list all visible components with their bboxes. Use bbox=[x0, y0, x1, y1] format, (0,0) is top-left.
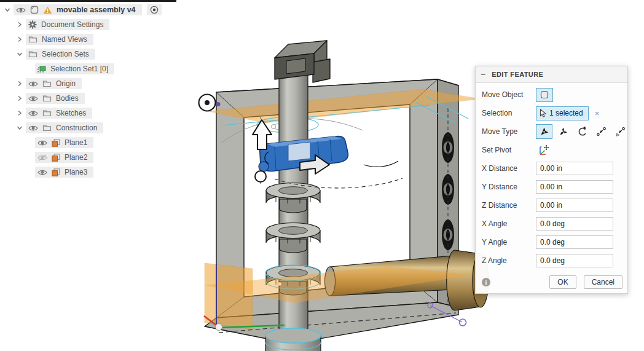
browser-item-label: movable assembly v4 bbox=[57, 6, 136, 14]
browser-item-document-settings[interactable]: Document Settings bbox=[0, 17, 184, 32]
plane-icon bbox=[52, 154, 60, 162]
activate-component-radio[interactable] bbox=[147, 4, 162, 15]
folder-icon bbox=[42, 109, 52, 117]
folder-icon bbox=[28, 36, 37, 43]
browser-item-label: Plane3 bbox=[65, 168, 87, 176]
move-type-point-to-point-button[interactable] bbox=[593, 124, 610, 139]
info-icon[interactable]: i bbox=[482, 278, 490, 286]
browser-item-plane3[interactable]: Plane3 bbox=[0, 165, 184, 179]
selection-label: Selection bbox=[482, 109, 536, 117]
vertex-point[interactable] bbox=[272, 125, 276, 129]
folder-icon bbox=[28, 50, 37, 58]
move-type-rotate-button[interactable] bbox=[574, 124, 591, 139]
browser-item-plane1[interactable]: Plane1 bbox=[0, 135, 184, 150]
manipulator-origin-handle[interactable] bbox=[255, 171, 266, 182]
move-object-label: Move Object bbox=[482, 90, 536, 99]
chevron-right-icon[interactable] bbox=[15, 81, 24, 87]
dialog-header: − EDIT FEATURE bbox=[476, 66, 627, 83]
eye-icon[interactable] bbox=[28, 110, 38, 117]
component-icon bbox=[30, 6, 39, 14]
x-angle-label: X Angle bbox=[482, 219, 536, 228]
browser-item-label: Selection Sets bbox=[42, 50, 89, 58]
move-type-group bbox=[536, 124, 629, 139]
y-distance-input[interactable] bbox=[536, 180, 613, 194]
radio-target-icon bbox=[150, 6, 159, 14]
disc-2[interactable] bbox=[266, 223, 320, 253]
move-type-label: Move Type bbox=[482, 127, 536, 136]
chevron-right-icon[interactable] bbox=[15, 110, 24, 116]
y-angle-label: Y Angle bbox=[482, 238, 536, 246]
browser-item-construction[interactable]: Construction bbox=[0, 120, 184, 135]
y-angle-input[interactable] bbox=[536, 235, 613, 249]
disc-1[interactable] bbox=[266, 183, 320, 213]
z-distance-label: Z Distance bbox=[482, 201, 536, 210]
selection-set-icon bbox=[37, 66, 46, 73]
x-angle-input[interactable] bbox=[536, 217, 613, 231]
x-distance-input[interactable] bbox=[536, 162, 613, 175]
browser-item-selection-set1-0[interactable]: Selection Set1 [0] bbox=[0, 61, 184, 76]
y-distance-label: Y Distance bbox=[482, 183, 536, 191]
browser-item-label: Named Views bbox=[42, 35, 87, 44]
collapse-icon[interactable]: − bbox=[481, 70, 485, 79]
browser-item-label: Origin bbox=[56, 79, 76, 88]
browser-item-label: Plane2 bbox=[65, 153, 87, 162]
browser-item-label: Selection Set1 [0] bbox=[50, 65, 108, 73]
x-distance-label: X Distance bbox=[482, 164, 536, 173]
chevron-down-icon[interactable] bbox=[15, 125, 24, 130]
pivot-axes-icon bbox=[538, 144, 549, 156]
warning-icon bbox=[43, 6, 52, 14]
clear-selection-icon[interactable]: × bbox=[595, 109, 600, 118]
browser-panel: movable assembly v4Document SettingsName… bbox=[0, 2, 184, 179]
pivot-point-handle[interactable] bbox=[199, 95, 216, 111]
move-type-point-to-position-button[interactable] bbox=[612, 124, 629, 139]
plane-icon bbox=[52, 168, 60, 176]
browser-item-plane2[interactable]: Plane2 bbox=[0, 150, 184, 165]
cursor-icon bbox=[540, 109, 546, 117]
plane-corner-point[interactable] bbox=[216, 102, 221, 106]
chevron-right-icon[interactable] bbox=[15, 22, 24, 28]
edit-feature-dialog: − EDIT FEATURE Move Object Selection 1 s… bbox=[475, 66, 628, 294]
browser-item-label: Plane1 bbox=[65, 138, 87, 147]
plane-icon bbox=[52, 139, 60, 147]
browser-item-sketches[interactable]: Sketches bbox=[0, 106, 184, 120]
eye-icon[interactable] bbox=[28, 81, 38, 87]
z-angle-input[interactable] bbox=[536, 254, 613, 267]
top-block-body[interactable] bbox=[275, 41, 330, 82]
eye-icon[interactable] bbox=[28, 95, 38, 102]
browser-item-origin[interactable]: Origin bbox=[0, 76, 184, 91]
eye-icon[interactable] bbox=[28, 125, 38, 132]
chevron-right-icon[interactable] bbox=[15, 95, 24, 101]
eye-hidden-icon[interactable] bbox=[37, 154, 47, 161]
z-angle-label: Z Angle bbox=[482, 256, 536, 265]
chevron-down-icon[interactable] bbox=[2, 7, 12, 12]
move-object-button[interactable] bbox=[536, 88, 553, 102]
cancel-button[interactable]: Cancel bbox=[584, 275, 622, 289]
eye-icon[interactable] bbox=[37, 169, 47, 176]
browser-item-named-views[interactable]: Named Views bbox=[0, 32, 184, 47]
browser-item-label: Bodies bbox=[56, 94, 79, 103]
browser-item-selection-sets[interactable]: Selection Sets bbox=[0, 47, 184, 61]
browser-item-movable-assembly-v4[interactable]: movable assembly v4 bbox=[0, 2, 184, 17]
set-pivot-label: Set Pivot bbox=[482, 146, 536, 154]
chevron-right-icon[interactable] bbox=[15, 36, 24, 42]
chevron-down-icon[interactable] bbox=[15, 52, 24, 57]
move-type-translate-button[interactable] bbox=[536, 124, 552, 139]
shaft-bottom-stub[interactable] bbox=[265, 328, 321, 351]
selection-button[interactable]: 1 selected bbox=[536, 106, 589, 120]
body-icon bbox=[540, 90, 549, 100]
z-distance-input[interactable] bbox=[536, 199, 613, 212]
folder-icon bbox=[42, 95, 52, 102]
browser-item-label: Sketches bbox=[56, 109, 86, 117]
move-type-free-move-button[interactable] bbox=[555, 124, 571, 139]
folder-icon bbox=[42, 80, 52, 87]
ok-button[interactable]: OK bbox=[549, 275, 576, 289]
eye-icon[interactable] bbox=[16, 7, 26, 14]
folder-icon bbox=[42, 124, 52, 132]
dialog-title: EDIT FEATURE bbox=[492, 71, 543, 78]
dialog-footer: i OK Cancel bbox=[476, 271, 627, 293]
eye-icon[interactable] bbox=[37, 140, 47, 146]
set-pivot-button[interactable] bbox=[536, 143, 551, 157]
browser-item-bodies[interactable]: Bodies bbox=[0, 91, 184, 106]
browser-item-label: Document Settings bbox=[41, 20, 103, 29]
browser-item-label: Construction bbox=[56, 124, 97, 132]
